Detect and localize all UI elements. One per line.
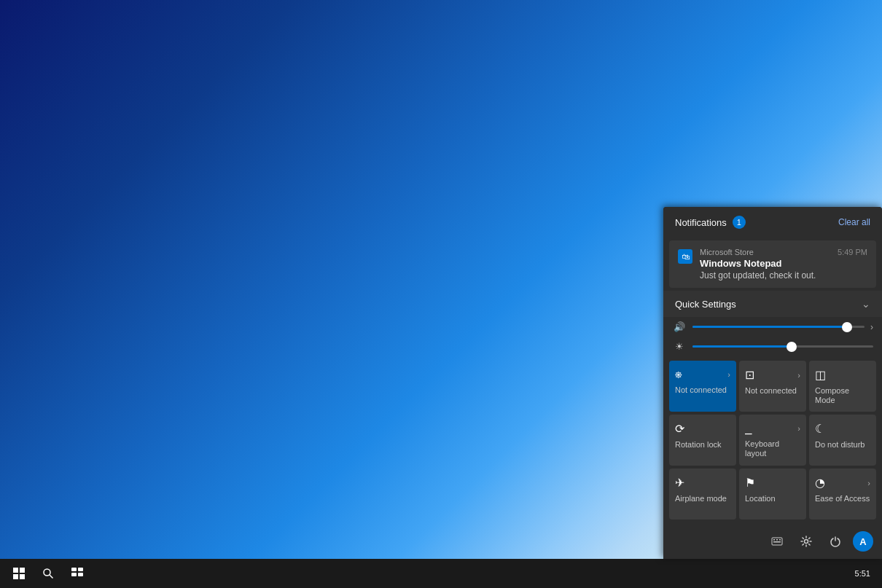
quick-action-tiles: ⎈ › Not connected ⊡ › Not connected ◫ Co… <box>663 356 882 524</box>
bluetooth-arrow[interactable]: › <box>727 370 730 379</box>
location-icon: ⚑ <box>745 476 755 490</box>
app-name: Microsoft Store <box>700 248 754 256</box>
airplane-mode-label: Airplane mode <box>675 494 727 503</box>
svg-rect-11 <box>20 574 25 579</box>
volume-thumb[interactable] <box>842 322 852 332</box>
notif-time: 5:49 PM <box>838 248 867 256</box>
svg-line-13 <box>50 575 53 579</box>
airplane-tile-icon-row: ✈ <box>675 476 730 490</box>
bluetooth-icon: ⎈ <box>675 368 682 381</box>
svg-rect-5 <box>775 541 779 543</box>
rotation-icon: ⟳ <box>675 422 684 436</box>
location-label: Location <box>745 494 776 503</box>
svg-rect-17 <box>78 573 83 576</box>
notif-title: Windows Notepad <box>700 258 867 269</box>
moon-icon: ☾ <box>815 422 825 436</box>
keyboard-layout-icon: ⎯ <box>745 422 752 435</box>
ac-bottom-toolbar: A <box>663 524 882 559</box>
location-tile[interactable]: ⚑ Location <box>739 469 806 520</box>
brightness-fill <box>692 345 792 348</box>
start-button[interactable] <box>6 560 32 587</box>
svg-rect-9 <box>20 568 25 573</box>
settings-icon[interactable] <box>795 530 818 553</box>
ease-tile-icon-row: ◔ › <box>815 476 870 490</box>
bluetooth-tile-icon-row: ⎈ › <box>675 368 730 381</box>
vpn-tile[interactable]: ⊡ › Not connected <box>739 361 806 412</box>
collapse-icon[interactable]: ⌄ <box>862 298 870 310</box>
bluetooth-tile[interactable]: ⎈ › Not connected <box>669 361 736 412</box>
notif-title-group: Notifications 1 <box>675 216 746 229</box>
power-icon[interactable] <box>824 530 847 553</box>
keyboard-tile-icon-row: ⎯ › <box>745 422 800 435</box>
svg-rect-8 <box>13 568 18 573</box>
action-center: Notifications 1 Clear all 🛍 Microsoft St… <box>663 207 882 559</box>
rotation-lock-label: Rotation lock <box>675 440 722 450</box>
do-not-disturb-tile[interactable]: ☾ Do not disturb <box>809 415 876 466</box>
vpn-label: Not connected <box>745 386 797 396</box>
svg-rect-14 <box>71 568 77 571</box>
system-clock: 5:51 <box>849 568 876 579</box>
volume-icon: 🔊 <box>672 321 687 332</box>
svg-point-12 <box>44 569 50 576</box>
ease-of-access-label: Ease of Access <box>815 494 870 503</box>
task-view-button[interactable] <box>64 560 90 587</box>
volume-track[interactable] <box>692 326 865 328</box>
ease-of-access-tile[interactable]: ◔ › Ease of Access <box>809 469 876 520</box>
do-not-disturb-label: Do not disturb <box>815 440 865 450</box>
notification-content: Microsoft Store 5:49 PM Windows Notepad … <box>700 248 867 281</box>
compose-tile-icon-row: ◫ <box>815 368 870 382</box>
compose-mode-label: Compose Mode <box>815 386 870 405</box>
vpn-tile-icon-row: ⊡ › <box>745 368 800 382</box>
volume-slider-row: 🔊 › <box>663 317 882 337</box>
notification-card[interactable]: 🛍 Microsoft Store 5:49 PM Windows Notepa… <box>669 240 876 288</box>
vpn-arrow[interactable]: › <box>797 371 800 380</box>
notifications-header: Notifications 1 Clear all <box>663 207 882 238</box>
ease-arrow[interactable]: › <box>867 479 870 487</box>
brightness-track[interactable] <box>692 345 873 348</box>
keyboard-arrow[interactable]: › <box>797 424 800 433</box>
dnd-tile-icon-row: ☾ <box>815 422 870 436</box>
svg-rect-3 <box>779 539 781 541</box>
taskbar: 5:51 <box>0 559 882 588</box>
rotation-lock-tile[interactable]: ⟳ Rotation lock <box>669 415 736 466</box>
notif-app-row: Microsoft Store 5:49 PM <box>700 248 867 256</box>
quick-settings-title: Quick Settings <box>675 299 736 310</box>
keyboard-layout-tile[interactable]: ⎯ › Keyboard layout <box>739 415 806 466</box>
volume-arrow[interactable]: › <box>870 322 873 332</box>
svg-rect-16 <box>71 573 77 576</box>
volume-fill <box>692 326 847 328</box>
taskbar-left <box>0 560 90 587</box>
rotation-tile-icon-row: ⟳ <box>675 422 730 436</box>
vpn-icon: ⊡ <box>745 368 754 382</box>
search-button[interactable] <box>35 560 61 587</box>
keyboard-layout-label: Keyboard layout <box>745 439 800 458</box>
clear-all-button[interactable]: Clear all <box>838 217 870 227</box>
bluetooth-label: Not connected <box>675 385 727 395</box>
svg-rect-15 <box>78 568 83 571</box>
user-avatar[interactable]: A <box>853 531 873 552</box>
notifications-count: 1 <box>733 216 746 229</box>
desktop: Notifications 1 Clear all 🛍 Microsoft St… <box>0 0 882 588</box>
notif-body: Just got updated, check it out. <box>700 270 867 281</box>
ease-icon: ◔ <box>815 476 825 490</box>
svg-rect-4 <box>773 541 775 543</box>
brightness-thumb[interactable] <box>787 342 797 352</box>
brightness-icon: ☀ <box>672 341 687 352</box>
svg-rect-10 <box>13 574 18 579</box>
notifications-label: Notifications <box>675 217 727 228</box>
keyboard-icon[interactable] <box>765 530 789 553</box>
svg-rect-6 <box>779 541 781 543</box>
svg-point-7 <box>805 540 808 544</box>
taskbar-right: 5:51 <box>849 568 882 579</box>
app-icon: 🛍 <box>678 249 692 264</box>
svg-rect-1 <box>773 539 775 541</box>
compose-icon: ◫ <box>815 368 826 382</box>
svg-rect-2 <box>776 539 778 541</box>
quick-settings-header: Quick Settings ⌄ <box>663 291 882 317</box>
location-tile-icon-row: ⚑ <box>745 476 800 490</box>
compose-mode-tile[interactable]: ◫ Compose Mode <box>809 361 876 412</box>
airplane-icon: ✈ <box>675 476 684 490</box>
clock-time: 5:51 <box>855 568 870 579</box>
brightness-slider-row: ☀ <box>663 337 882 356</box>
airplane-mode-tile[interactable]: ✈ Airplane mode <box>669 469 736 520</box>
